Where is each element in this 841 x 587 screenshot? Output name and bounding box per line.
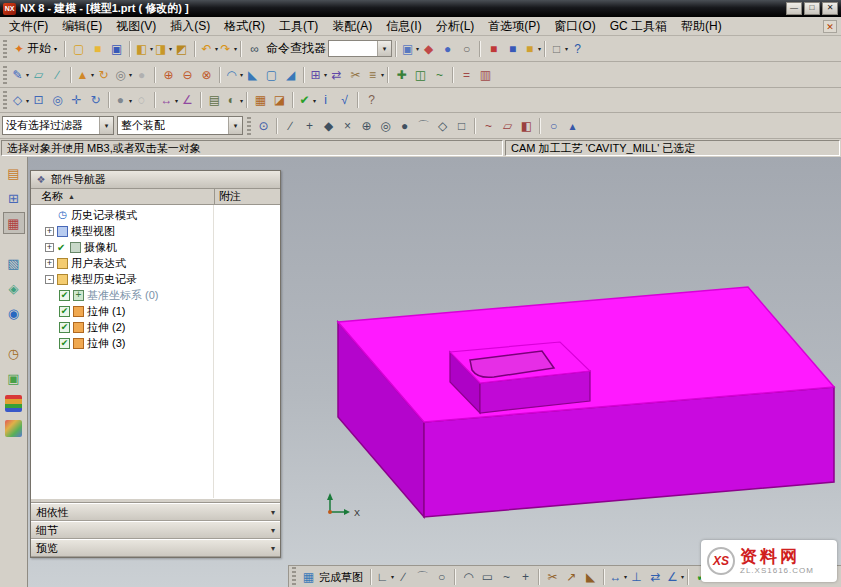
tree-item-history-mode[interactable]: ◷历史记录模式 (31, 207, 280, 223)
preview-section[interactable]: 预览▾ (31, 539, 280, 557)
sketch-icon[interactable]: ✎▾ (10, 65, 29, 84)
menu-item[interactable]: 视图(V) (109, 16, 163, 37)
work-part-icon[interactable]: ◨▾ (153, 39, 172, 58)
zoom-icon[interactable]: ◎ (48, 91, 67, 110)
chamfer-icon[interactable]: ◣ (243, 65, 262, 84)
datum-plane-icon[interactable]: ▱ (29, 65, 48, 84)
hd3d-tools-icon[interactable]: ◈ (3, 277, 25, 299)
select-face-icon[interactable]: ▱ (498, 116, 517, 135)
dropdown-arrow-icon[interactable]: ▾ (377, 41, 391, 56)
selection-filter-combo[interactable]: 没有选择过滤器 ▾ (2, 116, 114, 135)
snap-midpoint-icon[interactable]: + (300, 116, 319, 135)
measure-angle-icon[interactable]: ∠ (178, 91, 197, 110)
show-hide-icon[interactable]: ◐▾ (224, 91, 243, 110)
menu-item[interactable]: 文件(F) (2, 16, 55, 37)
new-file-icon[interactable]: ▢ (69, 39, 88, 58)
help-icon[interactable]: ? (568, 39, 587, 58)
menu-item[interactable]: 装配(A) (325, 16, 379, 37)
datum-axis-icon[interactable]: ∕ (48, 65, 67, 84)
pan-icon[interactable]: ✛ (67, 91, 86, 110)
point-icon[interactable]: + (516, 567, 535, 586)
expand-toggle-icon[interactable]: + (45, 243, 54, 252)
fit-view-icon[interactable]: ⊡ (29, 91, 48, 110)
dropdown-arrow-icon[interactable]: ▾ (99, 117, 113, 134)
make-corner-icon[interactable]: ◣ (581, 567, 600, 586)
line-icon[interactable]: ∕ (394, 567, 413, 586)
snap-arc-center-icon[interactable]: ⊕ (357, 116, 376, 135)
hole-icon[interactable]: ◎▾ (113, 65, 132, 84)
snap-existing-point-icon[interactable]: ● (395, 116, 414, 135)
studio-spline-icon[interactable]: ~ (497, 567, 516, 586)
menu-item[interactable]: 插入(S) (163, 16, 217, 37)
history-palette-icon[interactable]: ◷ (3, 342, 25, 364)
dropdown-arrow-icon[interactable]: ▾ (538, 45, 541, 52)
dropdown-arrow-icon[interactable]: ▾ (381, 71, 384, 78)
tree-item-extrude-3[interactable]: ✔拉伸 (3) (31, 335, 280, 351)
tree-item-user-expressions[interactable]: +用户表达式 (31, 255, 280, 271)
snap-grid-icon[interactable]: □ (452, 116, 471, 135)
feature-checkbox[interactable]: ✔ (59, 338, 70, 349)
feature-checkbox[interactable]: ✔ (59, 322, 70, 333)
dependencies-section[interactable]: 相依性▾ (31, 503, 280, 521)
dropdown-arrow-icon[interactable]: ▾ (240, 97, 243, 104)
child-window-close-button[interactable]: ✕ (823, 20, 837, 33)
undo-icon[interactable]: ↶▾ (199, 39, 218, 58)
menu-item[interactable]: 格式(R) (217, 16, 272, 37)
menu-item[interactable]: GC 工具箱 (603, 16, 674, 37)
highlight-icon[interactable]: ○ (544, 116, 563, 135)
pattern-feature-icon[interactable]: ⊞▾ (308, 65, 327, 84)
command-finder-input[interactable]: ▾ (328, 40, 392, 57)
snapshot-icon[interactable]: ▦ (251, 91, 270, 110)
select-curve-icon[interactable]: ~ (479, 116, 498, 135)
dropdown-arrow-icon[interactable]: ▾ (228, 117, 242, 134)
web-browser-icon[interactable]: ◉ (3, 302, 25, 324)
fillet-icon[interactable]: ◠ (459, 567, 478, 586)
layer-settings-icon[interactable]: ▤ (205, 91, 224, 110)
visual-report-icon[interactable]: ▥ (476, 65, 495, 84)
body-display-icon[interactable]: ◩ (172, 39, 191, 58)
snap-quadrant-icon[interactable]: ◎ (376, 116, 395, 135)
tree-item-model-history[interactable]: -模型历史记录 (31, 271, 280, 287)
menu-item[interactable]: 窗口(O) (547, 16, 602, 37)
analysis-icon[interactable]: √ (335, 91, 354, 110)
sort-ascending-icon[interactable]: ▲ (68, 193, 75, 200)
save-icon[interactable]: ▣ (107, 39, 126, 58)
tree-item-cameras[interactable]: +✔摄像机 (31, 239, 280, 255)
toolbar-grip[interactable] (3, 91, 7, 109)
top-selection-icon[interactable]: ▴ (563, 116, 582, 135)
gold-cube-icon[interactable]: ■▾ (522, 39, 541, 58)
shaded-display-icon[interactable]: ● (438, 39, 457, 58)
geometric-constraints-icon[interactable]: ⊥ (627, 567, 646, 586)
open-icon[interactable]: ■ (88, 39, 107, 58)
feature-checkbox[interactable]: ✔ (59, 306, 70, 317)
rotate-view-icon[interactable]: ↻ (86, 91, 105, 110)
circle-icon[interactable]: ○ (432, 567, 451, 586)
assembly-constraint-icon[interactable]: ◫ (411, 65, 430, 84)
expression-icon[interactable]: = (457, 65, 476, 84)
examine-geometry-icon[interactable]: ✔▾ (297, 91, 316, 110)
name-column-header[interactable]: 名称 (41, 189, 63, 204)
arc-icon[interactable]: ⌒ (413, 567, 432, 586)
unite-icon[interactable]: ⊕ (159, 65, 178, 84)
shaded-mode-icon[interactable]: ●▾ (113, 91, 132, 110)
view-orient-icon[interactable]: ◆ (419, 39, 438, 58)
make-symmetric-icon[interactable]: ⇄ (646, 567, 665, 586)
collapse-toggle-icon[interactable]: - (45, 275, 54, 284)
measure-distance-icon[interactable]: ↔▾ (159, 91, 178, 110)
chevron-down-icon[interactable]: ▾ (271, 508, 275, 517)
start-button[interactable]: ✦ 开始 ▾ (10, 39, 61, 58)
select-body-icon[interactable]: ◧ (517, 116, 536, 135)
snap-endpoint-icon[interactable]: ∕ (281, 116, 300, 135)
reuse-library-icon[interactable]: ▧ (3, 252, 25, 274)
dropdown-arrow-icon[interactable]: ▾ (234, 45, 237, 52)
expand-toggle-icon[interactable]: + (45, 259, 54, 268)
assembly-navigator-icon[interactable]: ▤ (3, 162, 25, 184)
selection-scope-combo[interactable]: 整个装配 ▾ (117, 116, 243, 135)
trim-body-icon[interactable]: ✂ (346, 65, 365, 84)
part-navigator-titlebar[interactable]: ❖ 部件导航器 (31, 171, 280, 189)
draft-icon[interactable]: ◢ (281, 65, 300, 84)
snap-control-point-icon[interactable]: ◆ (319, 116, 338, 135)
roles-icon[interactable] (3, 392, 25, 414)
toolbar-grip[interactable] (292, 567, 296, 585)
snap-enable-icon[interactable]: ⊙ (254, 116, 273, 135)
